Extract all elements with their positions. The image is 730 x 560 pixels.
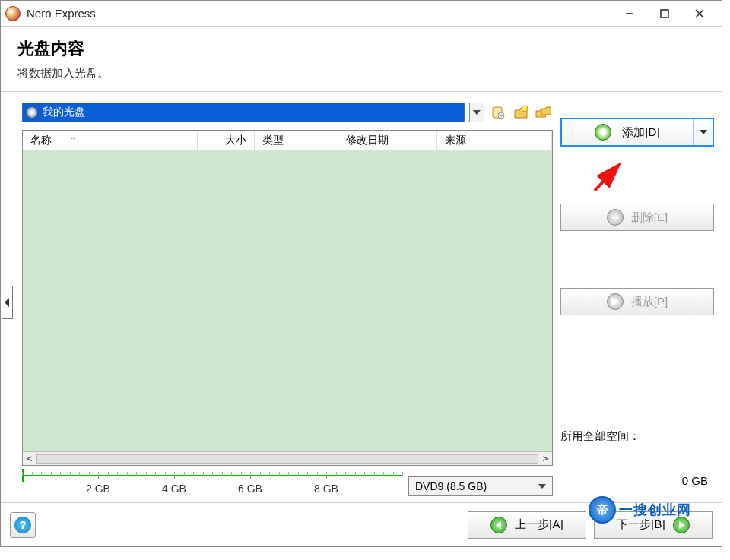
header: 光盘内容 将数据加入光盘。 xyxy=(1,27,722,92)
add-button[interactable]: + 添加[D] xyxy=(562,119,693,145)
svg-rect-1 xyxy=(661,10,668,17)
gauge-tick-label: 2 GB xyxy=(86,482,110,495)
add-button-group: + 添加[D] xyxy=(560,118,714,147)
chevron-down-icon xyxy=(538,484,546,489)
column-name[interactable]: 名称 ⌃ xyxy=(23,131,198,150)
properties-icon[interactable] xyxy=(489,103,507,122)
arrow-right-icon xyxy=(673,517,690,533)
delete-button[interactable]: – 删除[E] xyxy=(560,204,714,231)
window-title: Nero Express xyxy=(27,7,96,20)
play-button-label: 播放[P] xyxy=(631,295,668,309)
page-subtitle: 将数据加入光盘。 xyxy=(17,66,705,81)
previous-button-label: 上一步[A] xyxy=(515,517,563,532)
delete-button-label: 删除[E] xyxy=(631,210,668,225)
close-button[interactable] xyxy=(682,2,717,25)
help-icon: ? xyxy=(14,517,31,533)
previous-button[interactable]: 上一步[A] xyxy=(468,511,586,539)
scroll-left-icon[interactable]: < xyxy=(23,454,36,464)
disc-label-dropdown[interactable] xyxy=(469,103,484,122)
disc-type-select[interactable]: DVD9 (8.5 GB) xyxy=(408,476,553,496)
next-button[interactable]: 下一步[B] xyxy=(594,511,713,539)
sort-caret-icon: ⌃ xyxy=(70,136,76,144)
svg-marker-17 xyxy=(679,521,684,529)
maximize-button[interactable] xyxy=(647,2,682,25)
disc-label-field[interactable]: 我的光盘 xyxy=(22,103,465,122)
scroll-track[interactable] xyxy=(36,454,538,464)
scroll-right-icon[interactable]: > xyxy=(538,454,552,464)
arrow-left-icon xyxy=(490,517,507,533)
next-button-label: 下一步[B] xyxy=(617,517,665,532)
left-panel-expander[interactable] xyxy=(1,103,14,502)
app-icon xyxy=(5,6,21,21)
svg-marker-4 xyxy=(5,298,9,307)
file-list-header[interactable]: 名称 ⌃ 大小 类型 修改日期 来源 xyxy=(23,131,552,150)
column-date[interactable]: 修改日期 xyxy=(338,131,437,150)
page-title: 光盘内容 xyxy=(17,37,705,60)
disc-type-value: DVD9 (8.5 GB) xyxy=(415,480,487,492)
file-list-body[interactable] xyxy=(23,150,552,451)
svg-marker-11 xyxy=(538,484,546,489)
titlebar: Nero Express xyxy=(1,1,722,27)
minus-icon: – xyxy=(607,209,624,226)
svg-marker-12 xyxy=(700,130,707,134)
gauge-tick-label: 4 GB xyxy=(162,482,186,495)
play-button[interactable]: 播放[P] xyxy=(560,288,714,315)
add-button-label: 添加[D] xyxy=(622,125,659,140)
column-source[interactable]: 来源 xyxy=(437,131,552,150)
gauge-tick-label: 6 GB xyxy=(238,482,262,495)
help-button[interactable]: ? xyxy=(10,512,36,538)
svg-marker-13 xyxy=(611,297,619,306)
plus-icon: + xyxy=(595,124,611,141)
column-type[interactable]: 类型 xyxy=(255,131,338,150)
svg-marker-16 xyxy=(496,521,501,529)
column-size[interactable]: 大小 xyxy=(198,131,255,150)
gauge-tick-label: 8 GB xyxy=(314,482,338,495)
disc-label: 我的光盘 xyxy=(43,106,85,119)
capacity-gauge: 2 GB4 GB6 GB8 GB xyxy=(22,472,402,502)
folder-copy-icon[interactable] xyxy=(535,103,553,122)
svg-marker-5 xyxy=(473,110,481,115)
svg-point-10 xyxy=(522,106,528,112)
new-folder-icon[interactable] xyxy=(512,103,530,122)
file-list: 名称 ⌃ 大小 类型 修改日期 来源 < > xyxy=(22,130,553,466)
disc-icon xyxy=(26,106,38,119)
chevron-down-icon xyxy=(700,130,707,134)
total-space-label: 所用全部空间： xyxy=(560,429,714,444)
minimize-button[interactable] xyxy=(612,2,647,25)
total-space-value: 0 GB xyxy=(682,474,708,487)
play-icon xyxy=(607,293,624,310)
add-button-dropdown[interactable] xyxy=(693,119,713,145)
horizontal-scrollbar[interactable]: < > xyxy=(23,451,552,465)
